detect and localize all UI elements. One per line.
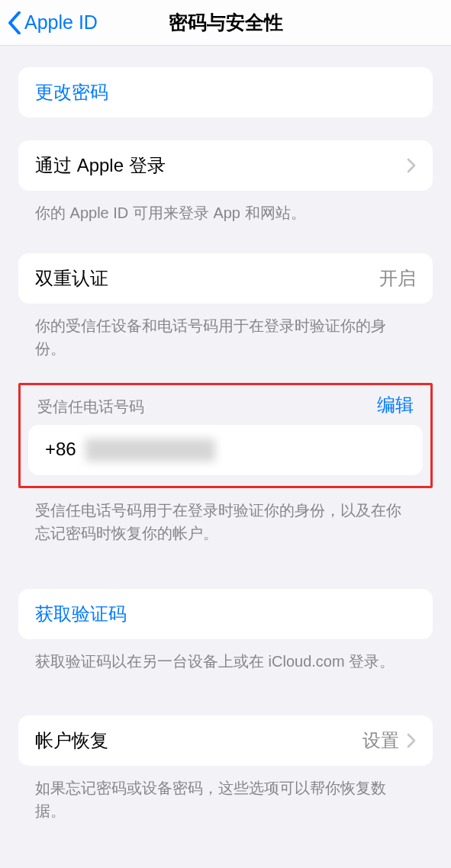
trusted-phone-number-redacted: [85, 439, 215, 461]
account-recovery-value: 设置: [362, 728, 399, 753]
change-password-cell[interactable]: 更改密码: [18, 67, 433, 117]
two-factor-value: 开启: [379, 266, 416, 291]
change-password-label: 更改密码: [35, 80, 108, 104]
back-button[interactable]: Apple ID: [0, 11, 98, 34]
chevron-left-icon: [8, 11, 21, 34]
sign-in-with-apple-cell[interactable]: 通过 Apple 登录: [18, 140, 433, 191]
chevron-right-icon: [407, 158, 416, 173]
trusted-phone-highlight: 受信任电话号码 编辑 +86: [18, 383, 433, 488]
content: 更改密码 通过 Apple 登录 你的 Apple ID 可用来登录 App 和…: [0, 67, 451, 822]
group-get-code: 获取验证码 获取验证码以在另一台设备上或在 iCloud.com 登录。: [18, 589, 433, 673]
trusted-phone-header: 受信任电话号码: [37, 397, 144, 417]
two-factor-label: 双重认证: [35, 266, 108, 291]
trusted-phone-number-cell[interactable]: +86: [28, 425, 423, 475]
group-sign-in-with-apple: 通过 Apple 登录 你的 Apple ID 可用来登录 App 和网站。: [18, 140, 433, 224]
sign-in-with-apple-label: 通过 Apple 登录: [35, 153, 166, 178]
account-recovery-label: 帐户恢复: [35, 728, 108, 753]
group-account-recovery: 帐户恢复 设置 如果忘记密码或设备密码，这些选项可以帮你恢复数据。: [18, 715, 433, 822]
get-code-label: 获取验证码: [35, 602, 127, 626]
sign-in-with-apple-footer: 你的 Apple ID 可用来登录 App 和网站。: [18, 191, 433, 224]
get-code-footer: 获取验证码以在另一台设备上或在 iCloud.com 登录。: [18, 639, 433, 673]
trusted-phone-header-row: 受信任电话号码 编辑: [25, 393, 426, 419]
two-factor-footer: 你的受信任设备和电话号码用于在登录时验证你的身份。: [18, 304, 433, 360]
group-change-password: 更改密码: [18, 67, 433, 117]
account-recovery-detail: 设置: [362, 728, 416, 753]
back-label: Apple ID: [24, 11, 98, 34]
get-code-cell[interactable]: 获取验证码: [18, 589, 433, 639]
group-two-factor: 双重认证 开启 你的受信任设备和电话号码用于在登录时验证你的身份。: [18, 253, 433, 360]
trusted-phone-edit-button[interactable]: 编辑: [377, 393, 414, 417]
two-factor-cell[interactable]: 双重认证 开启: [18, 253, 433, 304]
account-recovery-cell[interactable]: 帐户恢复 设置: [18, 715, 433, 766]
trusted-phone-number-prefix: +86: [45, 439, 76, 459]
nav-bar: Apple ID 密码与安全性: [0, 0, 451, 46]
chevron-right-icon: [407, 733, 416, 748]
trusted-phone-footer: 受信任电话号码用于在登录时验证你的身份，以及在你忘记密码时恢复你的帐户。: [18, 488, 433, 545]
trusted-phone-number: +86: [45, 439, 215, 462]
account-recovery-footer: 如果忘记密码或设备密码，这些选项可以帮你恢复数据。: [18, 766, 433, 822]
